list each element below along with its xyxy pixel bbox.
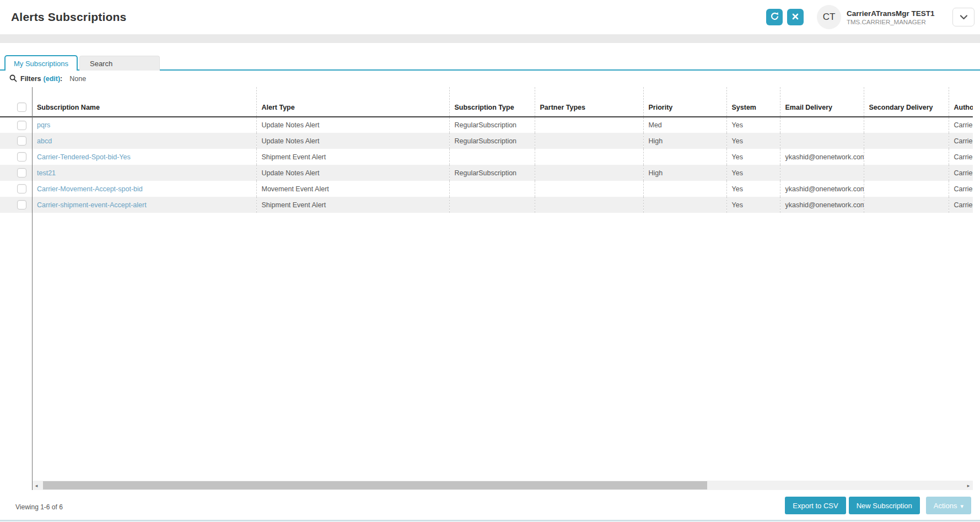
- new-subscription-button[interactable]: New Subscription: [849, 497, 920, 514]
- user-name: CarrierATransMgr TEST1: [847, 9, 940, 18]
- cell-check: [0, 181, 32, 197]
- cell-priority: High: [643, 133, 726, 149]
- user-role: TMS.CARRIER_MANAGER: [847, 19, 940, 25]
- alerts-subscriptions-panel: My Subscriptions Search Filters (edit) :…: [0, 43, 980, 522]
- row-checkbox[interactable]: [17, 168, 26, 177]
- scroll-left-arrow[interactable]: ◂: [32, 481, 41, 490]
- cell-alert: Shipment Event Alert: [256, 197, 449, 213]
- row-checkbox[interactable]: [17, 200, 26, 209]
- select-all-checkbox[interactable]: [17, 103, 26, 112]
- tab-my-subscriptions[interactable]: My Subscriptions: [4, 55, 78, 71]
- column-header-priority[interactable]: Priority: [643, 87, 726, 117]
- cell-system: Yes: [726, 117, 780, 133]
- page-title: Alerts Subscriptions: [11, 10, 126, 24]
- close-button[interactable]: [787, 9, 804, 25]
- column-header-check: [0, 87, 32, 117]
- refresh-button[interactable]: [766, 9, 783, 25]
- row-checkbox[interactable]: [17, 152, 26, 162]
- cell-system: Yes: [726, 181, 780, 197]
- actions-button[interactable]: Actions▾: [926, 497, 971, 514]
- cell-priority: [643, 149, 726, 165]
- cell-author: CarrierA: [949, 197, 973, 213]
- scrollbar-thumb[interactable]: [43, 481, 707, 489]
- column-header-partner[interactable]: Partner Types: [535, 87, 643, 117]
- column-header-secondary[interactable]: Secondary Delivery: [864, 87, 949, 117]
- cell-subtype: [449, 197, 535, 213]
- subscription-link[interactable]: Carrier-Tendered-Spot-bid-Yes: [37, 153, 131, 161]
- cell-check: [0, 165, 32, 181]
- cell-priority: High: [643, 165, 726, 181]
- cell-partner: [535, 133, 643, 149]
- row-checkbox[interactable]: [17, 136, 26, 146]
- column-header-author[interactable]: Author: [949, 87, 973, 117]
- cell-system: Yes: [726, 133, 780, 149]
- cell-alert: Shipment Event Alert: [256, 149, 449, 165]
- cell-author: CarrierA: [949, 117, 973, 133]
- column-header-email[interactable]: Email Delivery: [780, 87, 864, 117]
- cell-alert: Update Notes Alert: [256, 165, 449, 181]
- avatar: CT: [817, 5, 841, 29]
- cell-partner: [535, 181, 643, 197]
- horizontal-scrollbar[interactable]: ◂ ▸: [32, 481, 973, 490]
- cell-email: [780, 133, 864, 149]
- refresh-icon: [770, 12, 779, 23]
- filters-bar: Filters (edit) : None: [0, 71, 980, 87]
- footer-buttons: Export to CSV New Subscription Actions▾: [785, 497, 971, 514]
- close-icon: [792, 13, 799, 21]
- filters-colon: :: [60, 75, 62, 83]
- cell-name: Carrier-Tendered-Spot-bid-Yes: [32, 149, 256, 165]
- cell-email: [780, 165, 864, 181]
- filters-label: Filters: [20, 75, 41, 83]
- cell-alert: Update Notes Alert: [256, 133, 449, 149]
- filters-edit-link[interactable]: (edit): [44, 75, 61, 83]
- export-to-csv-button[interactable]: Export to CSV: [785, 497, 846, 514]
- cell-author: CarrierA: [949, 149, 973, 165]
- chevron-down-icon: [960, 13, 968, 21]
- cell-email: ykashid@onenetwork.com: [780, 197, 864, 213]
- cell-alert: Movement Event Alert: [256, 181, 449, 197]
- cell-priority: Med: [643, 117, 726, 133]
- cell-secondary: [864, 165, 949, 181]
- cell-check: [0, 133, 32, 149]
- filters-value: None: [69, 75, 86, 83]
- cell-subtype: RegularSubscription: [449, 165, 535, 181]
- user-menu-button[interactable]: [952, 8, 974, 26]
- table-row: test21Update Notes AlertRegularSubscript…: [0, 165, 973, 181]
- subscription-link[interactable]: Carrier-shipment-event-Accept-alert: [37, 201, 147, 209]
- subscription-link[interactable]: test21: [37, 169, 56, 177]
- cell-name: Carrier-Movement-Accept-spot-bid: [32, 181, 256, 197]
- cell-check: [0, 149, 32, 165]
- column-header-system[interactable]: System: [726, 87, 780, 117]
- subscription-link[interactable]: abcd: [37, 137, 52, 145]
- row-checkbox[interactable]: [17, 184, 26, 193]
- column-header-subtype[interactable]: Subscription Type: [449, 87, 535, 117]
- subscription-link[interactable]: pqrs: [37, 121, 50, 129]
- cell-secondary: [864, 149, 949, 165]
- cell-subtype: [449, 181, 535, 197]
- subscription-link[interactable]: Carrier-Movement-Accept-spot-bid: [37, 185, 143, 193]
- cell-priority: [643, 197, 726, 213]
- search-icon: [9, 74, 17, 84]
- row-checkbox[interactable]: [17, 121, 26, 130]
- cell-author: CarrierA: [949, 133, 973, 149]
- tab-search[interactable]: Search: [79, 56, 160, 71]
- column-header-name[interactable]: Subscription Name: [32, 87, 256, 117]
- column-header-alert[interactable]: Alert Type: [256, 87, 449, 117]
- cell-alert: Update Notes Alert: [256, 117, 449, 133]
- cell-check: [0, 197, 32, 213]
- cell-author: CarrierA: [949, 181, 973, 197]
- cell-subtype: RegularSubscription: [449, 117, 535, 133]
- actions-label: Actions: [934, 502, 957, 510]
- cell-name: abcd: [32, 133, 256, 149]
- cell-partner: [535, 117, 643, 133]
- table-row: Carrier-Movement-Accept-spot-bidMovement…: [0, 181, 973, 197]
- cell-system: Yes: [726, 165, 780, 181]
- cell-name: Carrier-shipment-event-Accept-alert: [32, 197, 256, 213]
- subscriptions-table: Subscription NameAlert TypeSubscription …: [0, 87, 973, 213]
- table-header-row: Subscription NameAlert TypeSubscription …: [0, 87, 973, 117]
- cell-email: ykashid@onenetwork.com: [780, 149, 864, 165]
- cell-author: CarrierA: [949, 165, 973, 181]
- table-row: pqrsUpdate Notes AlertRegularSubscriptio…: [0, 117, 973, 133]
- grid-area: Subscription NameAlert TypeSubscription …: [0, 87, 980, 490]
- scroll-right-arrow[interactable]: ▸: [964, 481, 973, 490]
